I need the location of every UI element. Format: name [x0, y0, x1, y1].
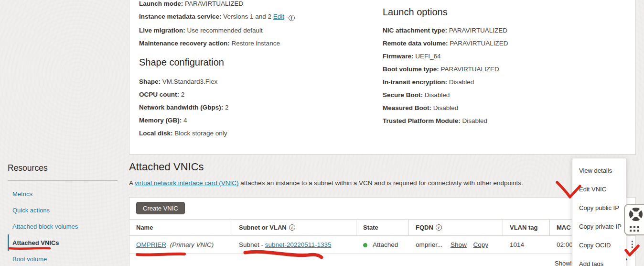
instance-metadata-service-value: Versions 1 and 2: [223, 13, 271, 20]
description-prefix: A: [129, 179, 135, 187]
secure-boot-value: Disabled: [425, 91, 450, 99]
fqdn-copy-link[interactable]: Copy: [473, 241, 489, 248]
tpm-row: Trusted Platform Module: Disabled: [383, 118, 622, 124]
shape-label: Shape:: [139, 78, 161, 85]
column-state-label: State: [363, 224, 378, 231]
create-vnic-button[interactable]: Create VNIC: [136, 202, 185, 214]
table-row: OMPRIER (Primary VNIC) Subnet - subnet-2…: [129, 236, 635, 254]
menu-item-edit-vnic[interactable]: Edit VNIC: [572, 180, 626, 199]
menu-item-add-tags[interactable]: Add tags: [572, 255, 626, 266]
menu-item-view-details[interactable]: View details: [572, 161, 626, 180]
row-actions-context-menu: View details Edit VNIC Copy public IP Co…: [572, 158, 626, 266]
cell-fqdn: omprier... Show Copy: [409, 241, 503, 248]
network-bandwidth-label: Network bandwidth (Gbps):: [139, 104, 223, 111]
measured-boot-label: Measured Boot:: [383, 104, 431, 111]
ocpu-count-row: OCPU count: 2: [139, 91, 368, 98]
menu-item-copy-public-ip[interactable]: Copy public IP: [572, 199, 626, 217]
row-actions-kebab-icon[interactable]: [627, 239, 637, 250]
edit-metadata-link[interactable]: Edit: [273, 13, 284, 20]
sidebar-item-boot-volume[interactable]: Boot volume: [8, 251, 118, 266]
in-transit-encryption-row: In-transit encryption: Disabled: [383, 79, 622, 86]
ocpu-count-label: OCPU count:: [139, 91, 179, 98]
cell-name: OMPRIER (Primary VNIC): [129, 241, 232, 248]
boot-volume-type-label: Boot volume type:: [383, 66, 439, 73]
sidebar-list: Metrics Quick actions Attached block vol…: [8, 186, 118, 266]
subnet-link[interactable]: subnet-20220511-1335: [265, 241, 332, 248]
instance-details-left-column: Launch mode: PARAVIRTUALIZED Instance me…: [139, 0, 368, 143]
tpm-value: Disabled: [462, 117, 488, 124]
launch-mode-value: PARAVIRTUALIZED: [185, 0, 243, 7]
firmware-label: Firmware:: [383, 53, 414, 60]
sidebar-divider: [8, 180, 118, 181]
info-icon[interactable]: [289, 15, 295, 21]
vlan-tag-value: 1014: [510, 241, 524, 248]
column-vlan-label: VLAN tag: [510, 224, 538, 231]
state-value: Attached: [373, 241, 398, 248]
secure-boot-row: Secure Boot: Disabled: [383, 92, 622, 99]
column-fqdn-label: FQDN: [416, 224, 433, 231]
primary-vnic-note: (Primary VNIC): [170, 241, 214, 248]
sidebar-item-quick-actions[interactable]: Quick actions: [8, 202, 118, 218]
boot-volume-type-row: Boot volume type: PARAVIRTUALIZED: [383, 66, 622, 73]
secure-boot-label: Secure Boot:: [383, 91, 423, 99]
shape-value: VM.Standard3.Flex: [162, 78, 218, 85]
column-header-subnet-or-vlan[interactable]: Subnet or VLAN: [232, 220, 356, 235]
attached-status-icon: [363, 243, 367, 247]
table-header-row: Name Subnet or VLAN State FQDN VLAN tag …: [129, 219, 635, 236]
sidebar-item-attached-vnics[interactable]: Attached VNICs: [8, 234, 118, 251]
column-header-name[interactable]: Name: [129, 220, 232, 235]
vnic-name-link[interactable]: OMPRIER: [136, 241, 166, 248]
apps-grid-icon[interactable]: [630, 226, 639, 232]
cell-state: Attached: [356, 241, 409, 248]
column-header-state[interactable]: State: [356, 220, 409, 235]
memory-row: Memory (GB): 4: [139, 117, 368, 124]
live-migration-value: Use recommended default: [187, 27, 263, 34]
memory-label: Memory (GB):: [139, 117, 182, 124]
remote-data-volume-value: PARAVIRTUALIZED: [450, 40, 508, 47]
menu-item-copy-ocid[interactable]: Copy OCID: [572, 236, 626, 255]
vnic-doc-link[interactable]: virtual network interface card (VNIC): [135, 179, 239, 187]
nic-attachment-row: NIC attachment type: PARAVIRTUALIZED: [383, 27, 622, 34]
fqdn-value: omprier...: [416, 241, 442, 248]
sidebar-item-metrics[interactable]: Metrics: [8, 186, 118, 202]
column-subnet-label: Subnet or VLAN: [239, 224, 287, 231]
shape-configuration-title: Shape configuration: [139, 56, 368, 68]
attached-vnics-title: Attached VNICs: [129, 161, 559, 173]
vnics-table-panel: Create VNIC Name Subnet or VLAN State FQ…: [129, 197, 636, 266]
instance-details-card: Launch mode: PARAVIRTUALIZED Instance me…: [129, 0, 636, 155]
launch-options-column: Launch options NIC attachment type: PARA…: [383, 6, 622, 131]
fqdn-show-link[interactable]: Show: [451, 241, 467, 248]
column-name-label: Name: [136, 224, 153, 231]
cell-subnet: Subnet - subnet-20220511-1335: [232, 241, 356, 248]
support-lifering-icon[interactable]: [629, 207, 643, 222]
description-suffix: attaches an instance to a subnet within …: [239, 179, 523, 187]
info-icon[interactable]: [289, 224, 295, 231]
cell-vlan-tag: 1014: [503, 241, 550, 248]
floating-help-widget: [624, 204, 644, 235]
table-toolbar: Create VNIC: [129, 198, 635, 219]
column-header-vlan-tag[interactable]: VLAN tag: [503, 220, 550, 235]
memory-value: 4: [183, 117, 187, 124]
menu-item-copy-private-ip[interactable]: Copy private IP: [572, 217, 626, 236]
firmware-row: Firmware: UEFI_64: [383, 53, 622, 60]
live-migration-row: Live migration: Use recommended default: [139, 27, 368, 34]
instance-metadata-service-label: Instance metadata service:: [139, 13, 222, 20]
instance-metadata-service-row: Instance metadata service: Versions 1 an…: [139, 13, 368, 21]
maintenance-recovery-row: Maintenance recovery action: Restore ins…: [139, 40, 368, 47]
remote-data-volume-label: Remote data volume:: [383, 40, 448, 47]
live-migration-label: Live migration:: [139, 27, 185, 34]
info-icon[interactable]: [436, 224, 442, 231]
firmware-value: UEFI_64: [415, 53, 440, 60]
resources-title: Resources: [8, 163, 118, 173]
column-header-fqdn[interactable]: FQDN: [409, 220, 503, 235]
shape-row: Shape: VM.Standard3.Flex: [139, 78, 368, 85]
maintenance-recovery-value: Restore instance: [232, 40, 280, 47]
in-transit-encryption-value: Disabled: [449, 78, 474, 86]
resources-sidebar: Resources Metrics Quick actions Attached…: [8, 163, 118, 266]
local-disk-label: Local disk:: [139, 130, 173, 137]
subnet-prefix: Subnet -: [239, 241, 265, 248]
launch-mode-label: Launch mode:: [139, 0, 183, 7]
remote-data-volume-row: Remote data volume: PARAVIRTUALIZED: [383, 40, 622, 47]
sidebar-item-attached-block-volumes[interactable]: Attached block volumes: [8, 218, 118, 234]
attached-vnics-description: A virtual network interface card (VNIC) …: [129, 179, 559, 187]
